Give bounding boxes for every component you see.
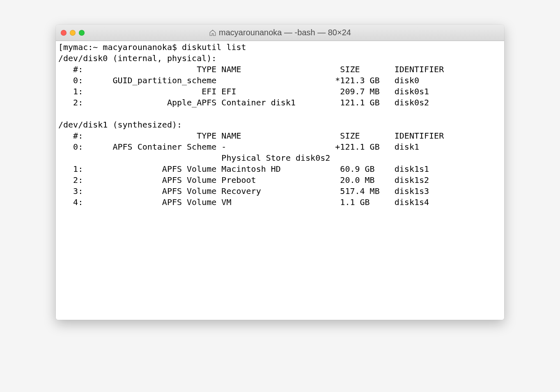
window-title-group: macyarounanoka — -bash — 80×24 — [56, 28, 504, 37]
disk1-row-1: 1: APFS Volume Macintosh HD 60.9 GB disk… — [58, 164, 429, 174]
disk1-row-3: 3: APFS Volume Recovery 517.4 MB disk1s3 — [58, 186, 429, 196]
disk1-physical-store: Physical Store disk0s2 — [58, 153, 330, 163]
disk1-row-2: 2: APFS Volume Preboot 20.0 MB disk1s2 — [58, 175, 429, 185]
disk0-row-0: 0: GUID_partition_scheme *121.3 GB disk0 — [58, 75, 419, 85]
disk1-row-4: 4: APFS Volume VM 1.1 GB disk1s4 — [58, 197, 429, 207]
home-icon — [209, 29, 216, 36]
terminal-output[interactable]: [mymac:~ macyarounanoka$ diskutil list /… — [56, 41, 504, 320]
terminal-window: macyarounanoka — -bash — 80×24 [mymac:~ … — [56, 25, 504, 320]
close-button[interactable] — [61, 30, 67, 36]
disk1-columns: #: TYPE NAME SIZE IDENTIFIER — [58, 131, 444, 141]
minimize-button[interactable] — [70, 30, 76, 36]
window-title: macyarounanoka — -bash — 80×24 — [219, 28, 351, 37]
prompt: [mymac:~ macyarounanoka$ — [58, 42, 182, 52]
titlebar[interactable]: macyarounanoka — -bash — 80×24 — [56, 25, 504, 41]
disk0-row-2: 2: Apple_APFS Container disk1 121.1 GB d… — [58, 98, 429, 107]
disk1-row-0: 0: APFS Container Scheme - +121.1 GB dis… — [58, 142, 419, 152]
disk0-header: /dev/disk0 (internal, physical): — [58, 53, 216, 63]
zoom-button[interactable] — [79, 30, 85, 36]
command: diskutil list — [182, 42, 246, 52]
disk1-header: /dev/disk1 (synthesized): — [58, 120, 182, 130]
traffic-lights — [61, 30, 85, 36]
disk0-row-1: 1: EFI EFI 209.7 MB disk0s1 — [58, 87, 429, 96]
disk0-columns: #: TYPE NAME SIZE IDENTIFIER — [58, 64, 444, 74]
